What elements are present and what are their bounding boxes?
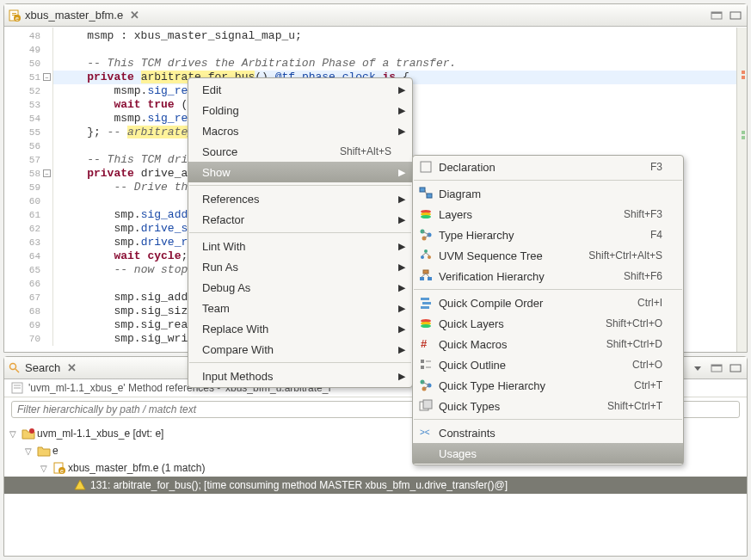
submenu-item-verification-hierarchy[interactable]: Verification HierarchyShift+F6 <box>413 266 683 286</box>
svg-rect-1 <box>12 13 16 14</box>
menu-item-edit[interactable]: Edit▶ <box>188 79 412 100</box>
svg-point-43 <box>424 249 428 253</box>
svg-rect-70 <box>423 400 432 409</box>
context-menu[interactable]: Edit▶Folding▶Macros▶SourceShift+Alt+SSho… <box>188 77 413 388</box>
maximize-button[interactable] <box>728 8 743 23</box>
line-number: 51– <box>5 71 52 84</box>
menu-label: Show <box>202 166 231 179</box>
svg-rect-53 <box>421 298 429 300</box>
menu-shortcut: Shift+F3 <box>624 208 662 220</box>
fold-icon[interactable]: – <box>43 73 51 81</box>
menu-label: Quick Macros <box>439 338 507 351</box>
menu-item-team[interactable]: Team▶ <box>188 298 412 318</box>
qco-icon <box>418 295 434 311</box>
overview-ruler[interactable] <box>736 28 747 352</box>
menu-shortcut: Shift+Ctrl+T <box>607 400 662 412</box>
menu-label: Type Hierarchy <box>439 229 514 242</box>
svg-rect-33 <box>427 194 432 198</box>
submenu-item-quick-type-hierarchy[interactable]: Quick Type HierarchyCtrl+T <box>413 375 683 396</box>
twisty-icon[interactable]: ▽ <box>25 446 35 456</box>
svg-rect-49 <box>420 277 424 280</box>
decl-icon <box>418 159 434 175</box>
typeh-icon <box>418 227 434 243</box>
close-icon[interactable]: ✕ <box>65 362 77 374</box>
submenu-item-uvm-sequence-tree[interactable]: UVM Sequence TreeShift+Ctrl+Alt+S <box>413 245 683 266</box>
submenu-item-quick-compile-order[interactable]: Quick Compile OrderCtrl+I <box>413 292 683 313</box>
submenu-item-quick-layers[interactable]: Quick LayersShift+Ctrl+O <box>413 313 683 334</box>
menu-label: Quick Compile Order <box>439 297 543 310</box>
menu-item-replace-with[interactable]: Replace With▶ <box>188 318 412 339</box>
svg-rect-54 <box>422 302 431 305</box>
menu-item-run-as[interactable]: Run As▶ <box>188 256 412 277</box>
menu-item-debug-as[interactable]: Debug As▶ <box>188 277 412 298</box>
tree-match-row[interactable]: 131: arbitrate_for_bus(); [time consumin… <box>4 477 747 494</box>
menu-item-source[interactable]: SourceShift+Alt+S <box>188 141 412 162</box>
match-icon <box>73 478 87 492</box>
menu-separator <box>189 185 411 186</box>
menu-label: Quick Type Hierarchy <box>439 379 545 392</box>
line-gutter: 48495051–52535455565758–5960616263646566… <box>5 28 53 346</box>
submenu-item-usages[interactable]: Usages <box>413 443 683 464</box>
code-line[interactable]: -- This TCM drives the Arbitration Phase… <box>53 57 736 71</box>
view-menu-button[interactable] <box>690 360 705 376</box>
submenu-item-quick-macros[interactable]: #Quick MacrosShift+Ctrl+D <box>413 334 683 354</box>
svg-line-47 <box>426 253 429 255</box>
search-tab-title[interactable]: Search <box>25 361 60 374</box>
minimize-button[interactable] <box>709 8 724 23</box>
menu-label: Verification Hierarchy <box>439 270 545 283</box>
tree-label: xbus_master_bfm.e (1 match) <box>68 462 205 474</box>
menu-item-show[interactable]: Show▶ <box>188 162 412 182</box>
close-icon[interactable]: ✕ <box>128 9 140 22</box>
twisty-icon[interactable]: ▽ <box>40 464 51 473</box>
editor-tab-title[interactable]: xbus_master_bfm.e <box>25 9 123 22</box>
submenu-item-type-hierarchy[interactable]: Type HierarchyF4 <box>413 225 683 245</box>
minimize-button[interactable] <box>709 360 724 376</box>
menu-item-compare-with[interactable]: Compare With▶ <box>188 339 412 360</box>
submenu-item-declaration[interactable]: DeclarationF3 <box>413 157 683 177</box>
layers-icon <box>418 206 434 222</box>
code-line[interactable] <box>53 43 736 57</box>
menu-shortcut: Ctrl+I <box>637 297 662 309</box>
submenu-item-quick-types[interactable]: Quick TypesShift+Ctrl+T <box>413 396 683 416</box>
menu-item-refactor[interactable]: Refactor▶ <box>188 209 412 230</box>
menu-item-folding[interactable]: Folding▶ <box>188 100 412 120</box>
submenu-item-constraints[interactable]: ><Constraints <box>413 422 683 443</box>
maximize-button[interactable] <box>728 360 743 376</box>
submenu-arrow-icon: ▶ <box>398 262 405 273</box>
menu-shortcut: F3 <box>650 161 662 173</box>
twisty-icon[interactable]: ▽ <box>9 429 20 439</box>
svg-point-8 <box>10 363 16 369</box>
submenu-arrow-icon: ▶ <box>398 241 405 252</box>
code-line[interactable]: msmp : xbus_master_signal_map_u; <box>53 29 736 43</box>
constr-icon: >< <box>418 425 434 440</box>
submenu-item-quick-outline[interactable]: Quick OutlineCtrl+O <box>413 354 683 375</box>
submenu-item-diagram[interactable]: Diagram <box>413 183 683 204</box>
svg-point-58 <box>421 324 431 328</box>
svg-rect-22 <box>711 365 722 366</box>
svg-rect-55 <box>421 306 429 309</box>
line-number: 57 <box>5 153 52 167</box>
menu-label: Diagram <box>439 188 481 200</box>
menu-item-macros[interactable]: Macros▶ <box>188 120 412 141</box>
file-icon: e <box>52 461 66 475</box>
submenu-arrow-icon: ▶ <box>398 105 405 116</box>
show-submenu[interactable]: DeclarationF3DiagramLayersShift+F3Type H… <box>412 155 684 465</box>
line-number: 61 <box>5 208 52 222</box>
fold-icon[interactable]: – <box>43 169 51 177</box>
line-number: 50 <box>5 57 52 71</box>
submenu-item-layers[interactable]: LayersShift+F3 <box>413 204 683 225</box>
line-number: 69 <box>5 318 52 332</box>
menu-separator <box>414 289 682 290</box>
filter-toggle-icon[interactable] <box>11 382 23 394</box>
menu-label: Input Methods <box>202 370 273 383</box>
menu-label: Lint With <box>202 240 246 253</box>
line-number: 59 <box>5 181 52 194</box>
menu-item-lint-with[interactable]: Lint With▶ <box>188 236 412 256</box>
tree-label: uvm_ml-1.1_xbus_e [dvt: e] <box>37 428 163 440</box>
menu-item-input-methods[interactable]: Input Methods▶ <box>188 366 412 386</box>
menu-shortcut: Shift+F6 <box>624 270 662 282</box>
menu-shortcut: Ctrl+O <box>632 359 662 371</box>
menu-label: UVM Sequence Tree <box>439 249 543 262</box>
menu-item-references[interactable]: References▶ <box>188 188 412 209</box>
line-number: 62 <box>5 222 52 236</box>
